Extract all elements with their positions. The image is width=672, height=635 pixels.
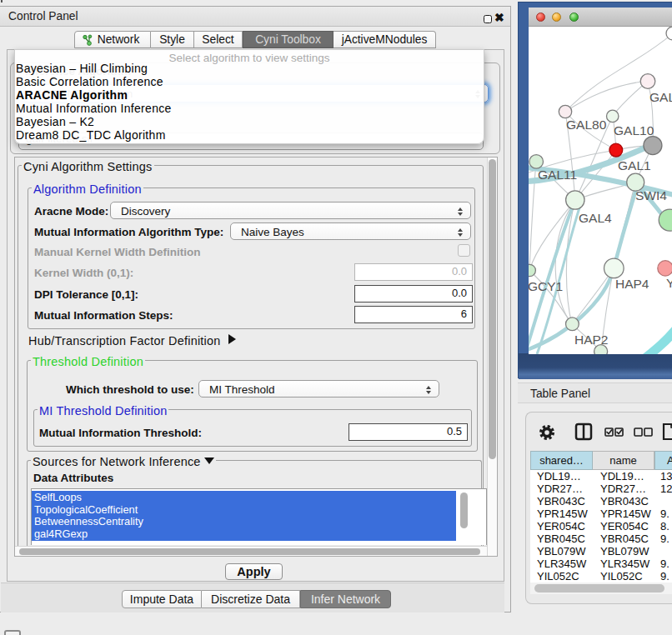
svg-text:GAL2: GAL2 xyxy=(649,90,672,104)
svg-text:SWI4: SWI4 xyxy=(635,188,667,202)
svg-text:GCY1: GCY1 xyxy=(529,279,563,293)
svg-text:GAL10: GAL10 xyxy=(614,123,654,138)
svg-text:GAL4: GAL4 xyxy=(579,211,612,225)
svg-text:HAP2: HAP2 xyxy=(574,332,609,347)
svg-text:GAL1: GAL1 xyxy=(618,158,651,172)
svg-text:GAL80: GAL80 xyxy=(566,118,607,132)
svg-text:GAL11: GAL11 xyxy=(538,168,577,182)
svg-text:HAP4: HAP4 xyxy=(615,277,649,291)
svg-text:Y: Y xyxy=(666,276,672,290)
